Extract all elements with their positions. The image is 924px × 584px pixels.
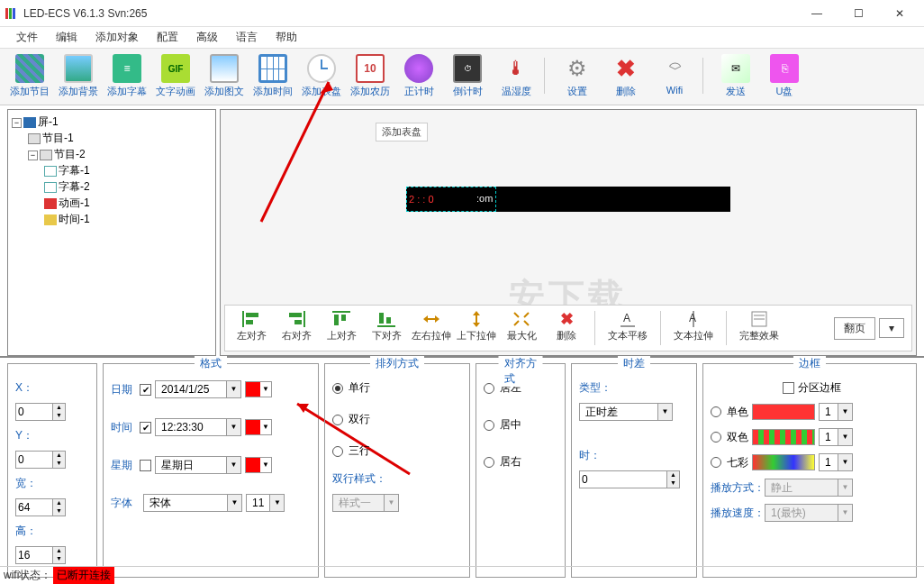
text-anim-button[interactable]: GIF文字动画 [152, 52, 199, 105]
x-input[interactable]: ▲▼ [15, 403, 66, 421]
date-check[interactable]: ✔ [140, 384, 151, 396]
align-left-button[interactable]: 左对齐 [229, 307, 274, 349]
radio-center[interactable] [484, 420, 494, 431]
led-canvas[interactable]: 2 : : 0 :om [406, 187, 730, 212]
time-color[interactable]: ▼ [245, 419, 272, 435]
maximize-button[interactable]: ☐ [838, 0, 879, 27]
add-time-button[interactable]: 添加时间 [249, 52, 296, 105]
add-imgtext-button[interactable]: 添加图文 [201, 52, 248, 105]
menu-addobj[interactable]: 添加对象 [86, 28, 148, 47]
align-top-button[interactable]: 上对齐 [319, 307, 364, 349]
tree-screen[interactable]: 屏-1 [38, 115, 59, 128]
settings-button[interactable]: ⚙设置 [554, 52, 601, 105]
preview-time-red: 2 : : 0 [409, 194, 434, 205]
tz-hour-input[interactable]: ▲▼ [579, 470, 680, 488]
group-align: 对齐方式 居左 居中 居右 [476, 363, 566, 578]
radio-triple[interactable] [332, 446, 343, 457]
week-combo[interactable]: 星期日▼ [155, 456, 241, 474]
mono-combo[interactable]: 1▼ [819, 403, 853, 421]
svg-rect-8 [303, 311, 305, 327]
align-right-button[interactable]: 右对齐 [274, 307, 319, 349]
align-bottom-button[interactable]: 下对齐 [364, 307, 409, 349]
font-label: 字体 [111, 496, 143, 511]
tree-sub2[interactable]: 字幕-2 [59, 180, 90, 193]
screen-icon [23, 117, 36, 128]
partition-check[interactable] [783, 382, 794, 394]
week-color[interactable]: ▼ [245, 457, 272, 473]
date-color[interactable]: ▼ [245, 381, 272, 397]
add-lunar-button[interactable]: 10添加农历 [347, 52, 394, 105]
radio-right[interactable] [484, 457, 494, 468]
dbl-style-combo[interactable]: 样式一▼ [332, 494, 399, 512]
speed-combo[interactable]: 1(最快)▼ [765, 504, 853, 522]
add-bg-button[interactable]: 添加背景 [55, 52, 102, 105]
wifi-button[interactable]: ⌔Wifi [651, 52, 698, 105]
radio-duo[interactable] [711, 432, 721, 443]
menu-advanced[interactable]: 高级 [187, 28, 227, 47]
rainbow-combo[interactable]: 1▼ [819, 453, 853, 471]
y-input[interactable]: ▲▼ [15, 451, 66, 469]
page-turn-button[interactable]: 翻页 [834, 317, 875, 340]
add-dial-button[interactable]: 添加表盘 [298, 52, 345, 105]
stretch-v-button[interactable]: 上下拉伸 [454, 307, 499, 349]
tree-anim1[interactable]: 动画-1 [59, 196, 90, 209]
radio-left[interactable] [484, 383, 494, 394]
time-check[interactable]: ✔ [140, 422, 151, 433]
group-format: 格式 日期 ✔ 2014/1/25▼ ▼ 时间 ✔ 12:23:30▼ ▼ 星期… [103, 363, 319, 578]
close-button[interactable]: ✕ [879, 0, 920, 27]
font-size-combo[interactable]: 11▼ [246, 494, 285, 512]
maximize-button[interactable]: 最大化 [499, 307, 544, 349]
delete-button[interactable]: ✖删除 [602, 52, 649, 105]
tree-prog2[interactable]: 节目-2 [54, 148, 86, 160]
svg-rect-0 [5, 8, 8, 19]
radio-single[interactable] [332, 383, 343, 394]
tree-time1[interactable]: 时间-1 [59, 213, 90, 225]
w-input[interactable]: ▲▼ [15, 498, 66, 516]
add-program-button[interactable]: 添加节目 [6, 52, 53, 105]
countdown-button[interactable]: ⏱倒计时 [444, 52, 491, 105]
text-shift-button[interactable]: A文本平移 [601, 307, 655, 349]
duo-sample[interactable] [752, 429, 815, 445]
stretch-h-button[interactable]: 左右拉伸 [409, 307, 454, 349]
udisk-button[interactable]: ⎘U盘 [761, 52, 808, 105]
play-combo[interactable]: 静止▼ [765, 479, 853, 497]
tz-type-combo[interactable]: 正时差▼ [579, 403, 673, 421]
svg-rect-14 [377, 325, 395, 327]
play-label: 播放方式： [711, 480, 765, 496]
mono-sample[interactable] [752, 404, 815, 420]
menu-file[interactable]: 文件 [7, 28, 47, 47]
temp-hum-button[interactable]: 🌡温湿度 [493, 52, 539, 105]
menu-edit[interactable]: 编辑 [47, 28, 86, 47]
week-check[interactable] [140, 460, 151, 471]
duo-combo[interactable]: 1▼ [819, 428, 853, 446]
svg-rect-16 [386, 317, 391, 324]
minimize-button[interactable]: — [796, 0, 838, 27]
svg-rect-15 [379, 313, 384, 324]
main-toolbar: 添加节目 添加背景 ≡添加字幕 GIF文字动画 添加图文 添加时间 添加表盘 1… [0, 49, 924, 105]
radio-double[interactable] [332, 415, 343, 425]
h-input[interactable]: ▲▼ [15, 546, 66, 564]
font-combo[interactable]: 宋体▼ [143, 494, 242, 512]
svg-rect-6 [246, 313, 258, 317]
radio-mono[interactable] [711, 406, 721, 417]
rainbow-sample[interactable] [752, 454, 815, 470]
menu-help[interactable]: 帮助 [267, 28, 306, 47]
add-subtitle-button[interactable]: ≡添加字幕 [104, 52, 150, 105]
menu-config[interactable]: 配置 [148, 28, 187, 47]
page-dd-button[interactable]: ▾ [879, 318, 904, 338]
svg-marker-23 [297, 404, 309, 413]
date-combo[interactable]: 2014/1/25▼ [155, 380, 241, 398]
tree-sub1[interactable]: 字幕-1 [59, 164, 90, 177]
send-button[interactable]: ✉发送 [712, 52, 759, 105]
preview-delete-button[interactable]: ✖删除 [544, 307, 589, 349]
date-label: 日期 [111, 382, 136, 397]
speed-label: 播放速度： [711, 506, 765, 521]
menu-language[interactable]: 语言 [227, 28, 267, 47]
tree-prog1[interactable]: 节目-1 [42, 132, 74, 144]
project-tree[interactable]: −屏-1 节目-1 −节目-2 字幕-1 字幕-2 动画-1 时间-1 [7, 109, 216, 356]
full-effect-button[interactable]: 完整效果 [732, 307, 786, 349]
radio-rainbow[interactable] [711, 457, 721, 468]
countup-button[interactable]: 正计时 [395, 52, 442, 105]
text-stretch-button[interactable]: A文本拉伸 [666, 307, 720, 349]
time-combo[interactable]: 12:23:30▼ [155, 418, 241, 436]
